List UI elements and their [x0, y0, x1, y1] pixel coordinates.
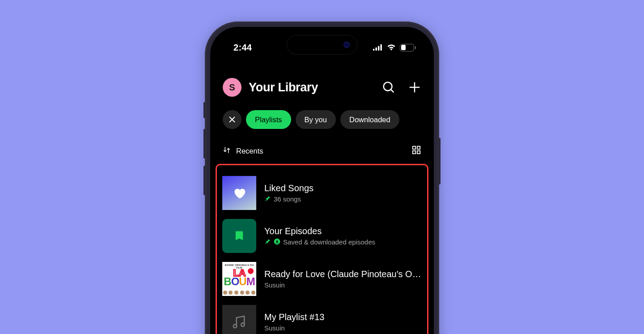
svg-rect-1 [376, 47, 377, 51]
item-title: Ready for Love (Claude Pinoteau's Or… [264, 269, 422, 279]
grid-view-icon[interactable] [411, 145, 421, 157]
list-item[interactable]: My Playlist #13 Susuin [222, 300, 422, 334]
playlist-list-highlight: Liked Songs 36 songs Your [216, 164, 428, 334]
list-item[interactable]: BANDE ORIGINALE DU FILM LA BOUM Ready fo… [222, 257, 422, 300]
phone-frame: 2:44 38 S [205, 21, 439, 334]
add-icon[interactable] [408, 81, 421, 94]
sort-arrows-icon [223, 146, 231, 156]
item-subtitle: Susuin [264, 324, 285, 332]
item-title: Your Episodes [264, 226, 422, 236]
svg-point-4 [384, 82, 392, 91]
episodes-cover [222, 219, 256, 253]
dynamic-island [287, 35, 357, 55]
item-title: My Playlist #13 [264, 312, 422, 322]
pin-icon [264, 238, 271, 246]
sort-row: Recents [210, 129, 434, 157]
status-time: 2:44 [233, 43, 252, 53]
phone-screen: 2:44 38 S [210, 27, 434, 334]
sort-button[interactable]: Recents [223, 146, 263, 156]
avatar-letter: S [229, 82, 235, 93]
clear-filters-button[interactable] [223, 110, 242, 129]
svg-rect-12 [413, 151, 415, 154]
item-subtitle: 36 songs [274, 195, 301, 203]
liked-songs-cover [222, 176, 256, 210]
page-title: Your Library [249, 81, 375, 94]
downloaded-icon [274, 238, 280, 246]
sort-label: Recents [236, 147, 263, 155]
album-cover: BANDE ORIGINALE DU FILM LA BOUM [222, 262, 256, 296]
svg-rect-11 [417, 146, 420, 149]
avatar[interactable]: S [223, 78, 242, 97]
item-subtitle: Saved & downloaded episodes [283, 238, 375, 246]
search-icon[interactable] [382, 81, 395, 94]
front-camera-icon [343, 42, 350, 48]
filter-chip-downloaded[interactable]: Downloaded [340, 110, 399, 129]
item-title: Liked Songs [264, 183, 422, 193]
svg-rect-3 [381, 44, 382, 51]
item-subtitle: Susuin [264, 281, 285, 289]
pin-icon [264, 195, 271, 203]
list-item[interactable]: Your Episodes Saved & downloaded episode… [222, 214, 422, 257]
battery-icon: 38 [400, 44, 416, 51]
svg-point-15 [233, 325, 237, 328]
svg-rect-0 [373, 49, 374, 51]
filter-chip-playlists[interactable]: Playlists [246, 110, 291, 129]
svg-rect-13 [417, 151, 420, 154]
list-item[interactable]: Liked Songs 36 songs [222, 171, 422, 214]
battery-percent: 38 [404, 45, 410, 50]
svg-rect-10 [413, 146, 415, 149]
svg-point-16 [241, 323, 245, 327]
svg-rect-2 [378, 46, 379, 51]
svg-line-5 [391, 90, 394, 92]
filter-row: Playlists By you Downloaded [210, 97, 434, 129]
playlist-cover [222, 305, 256, 334]
wifi-icon [386, 44, 396, 51]
filter-chip-by-you[interactable]: By you [296, 110, 336, 129]
cellular-signal-icon [373, 44, 383, 51]
library-header: S Your Library [210, 78, 434, 97]
